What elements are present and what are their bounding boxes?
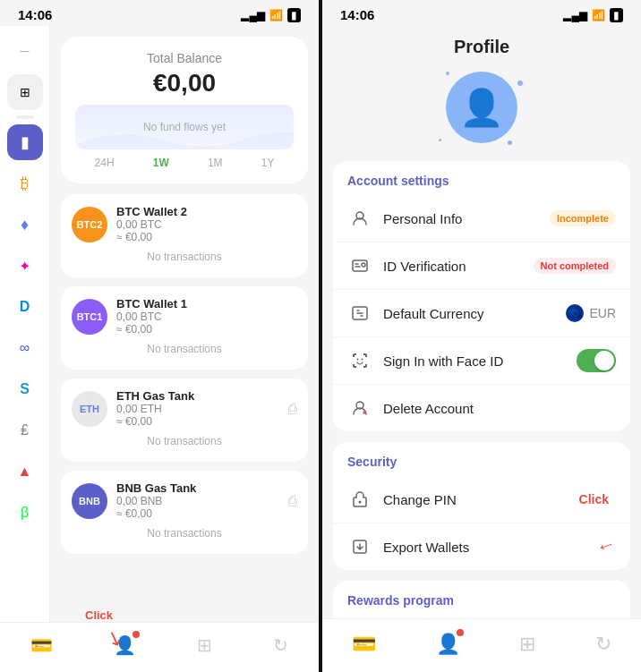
profile-title: Profile [454,37,509,57]
left-click-label: Click [85,608,113,622]
left-status-time: 14:06 [18,7,52,22]
profile-content: Profile 👤 Account settings [322,26,641,618]
sidebar-item-qr[interactable]: ⊞ [7,74,43,110]
wallet-name-btc2: BTC Wallet 2 [116,205,297,218]
avatar-circle: 👤 [446,72,517,143]
time-filter-1y[interactable]: 1Y [261,157,275,169]
sidebar-item-stratis[interactable]: S [7,371,43,407]
right-bottom-tab-bar: 💳 👤 ⊞ ↻ [322,618,641,672]
right-phone: 14:06 ▂▄▆ 📶 ▮ Profile 👤 Account settings [322,0,641,672]
face-id-toggle[interactable] [577,349,616,372]
face-id-icon [347,348,372,373]
left-tab-history[interactable]: ↻ [262,631,299,659]
id-verification-icon [347,253,372,278]
right-apps-icon: ⊞ [519,633,535,656]
right-tab-wallet[interactable]: 💳 [341,629,387,659]
time-filter-1m[interactable]: 1M [208,157,223,169]
default-currency-row[interactable]: Default Currency 🇪🇺 EUR [333,290,630,337]
wallet-name-btc1: BTC Wallet 1 [116,297,297,310]
svg-point-5 [362,359,363,361]
wallet-balance-bnb: 0,00 BNB [116,495,288,507]
right-battery-icon: ▮ [610,8,623,22]
id-verification-row[interactable]: ID Verification Not completed [333,242,630,290]
sidebar-item-ethereum[interactable]: ♦ [7,207,43,242]
wallet-approx-btc2: ≈ €0,00 [116,231,297,243]
right-wallet-icon: 💳 [352,633,376,656]
security-click-label: Click [579,492,609,506]
wallet-copy-bnb[interactable]: ⎙ [288,493,297,509]
right-tab-apps[interactable]: ⊞ [509,629,546,659]
wallet-info-btc2: BTC Wallet 2 0,00 BTC ≈ €0,00 [116,205,297,243]
time-filter-1w[interactable]: 1W [153,157,169,169]
avatar-container: 👤 [446,72,517,143]
right-tab-history[interactable]: ↻ [585,629,622,659]
svg-point-4 [357,359,359,361]
avatar-dot-tl [444,70,451,77]
right-history-icon: ↻ [595,633,611,656]
left-tab-profile[interactable]: 👤 Click ↘ [103,631,147,659]
wallet-header-btc1: BTC1 BTC Wallet 1 0,00 BTC ≈ €0,00 [72,297,297,336]
wallet-card-bnb[interactable]: BNB BNB Gas Tank 0,00 BNB ≈ €0,00 ⎙ No t… [61,471,308,554]
face-id-row[interactable]: Sign In with Face ID [333,337,630,385]
wallet-card-btc1[interactable]: BTC1 BTC Wallet 1 0,00 BTC ≈ €0,00 No tr… [61,286,308,370]
default-currency-icon [347,301,372,326]
sidebar-item-menu[interactable]: ─ [7,33,43,69]
left-tab-apps[interactable]: ⊞ [186,631,223,659]
wallet-no-tx-btc2: No transactions [72,247,297,267]
wallet-header-eth: ETH ETH Gas Tank 0,00 ETH ≈ €0,00 ⎙ [72,389,297,428]
wallet-no-tx-btc1: No transactions [72,339,297,359]
wifi-icon: 📶 [269,9,283,21]
wallet-info-btc1: BTC Wallet 1 0,00 BTC ≈ €0,00 [116,297,297,336]
change-pin-label: Change PIN [383,492,579,507]
currency-code: EUR [589,306,616,320]
sidebar-item-bitcoin[interactable]: ₿ [7,166,43,201]
battery-icon: ▮ [287,8,301,22]
personal-info-row[interactable]: Personal Info Incomplete [333,195,630,242]
wallet-balance-eth: 0,00 ETH [116,403,288,415]
balance-title: Total Balance [75,51,294,65]
right-wifi-icon: 📶 [592,9,605,21]
delete-account-label: Delete Account [383,401,616,416]
wallet-approx-eth: ≈ €0,00 [116,415,288,428]
account-settings-section: Account settings Personal Info Incomplet… [333,161,630,431]
wallet-header-btc2: BTC2 BTC Wallet 2 0,00 BTC ≈ €0,00 [72,205,297,243]
sidebar-item-dash[interactable]: D [7,289,43,325]
wallet-card-btc2[interactable]: BTC2 BTC Wallet 2 0,00 BTC ≈ €0,00 No tr… [61,194,308,277]
signal-icon: ▂▄▆ [241,9,265,21]
left-main-content: Total Balance €0,00 No fund flows yet 24… [50,26,319,622]
sidebar-item-chainlink[interactable]: ∞ [7,330,43,366]
wallet-info-bnb: BNB Gas Tank 0,00 BNB ≈ €0,00 [116,481,288,520]
id-verification-badge: Not completed [534,258,616,274]
right-tab-profile[interactable]: 👤 [425,629,471,659]
balance-card: Total Balance €0,00 No fund flows yet 24… [61,37,308,183]
sidebar-item-defi[interactable]: ✦ [7,248,43,284]
time-filter-24h[interactable]: 24H [95,157,115,169]
security-section: Security Change PIN Click [333,442,630,570]
left-tab-wallet[interactable]: 💳 [20,631,64,659]
avatar-dot-tr [516,79,525,88]
sidebar-item-beta[interactable]: β [7,495,43,531]
left-bottom-tab-bar: 💳 👤 Click ↘ ⊞ ↻ [0,622,319,672]
wallet-copy-eth[interactable]: ⎙ [288,401,297,417]
sidebar-item-wallet[interactable]: ▮ [7,124,43,160]
right-status-time: 14:06 [340,7,374,22]
id-verification-value: Not completed [534,258,616,274]
balance-chart: No fund flows yet [75,105,294,149]
wallet-icon-bnb: BNB [72,483,107,519]
balance-amount: €0,00 [75,69,294,98]
right-profile-notif-dot [457,629,464,636]
change-pin-row[interactable]: Change PIN Click [333,476,630,523]
id-verification-label: ID Verification [383,259,534,274]
export-wallets-icon [347,534,372,559]
sidebar-item-avax[interactable]: ▲ [7,454,43,489]
wallet-card-eth[interactable]: ETH ETH Gas Tank 0,00 ETH ≈ €0,00 ⎙ No t… [61,379,308,462]
right-signal-icon: ▂▄▆ [563,9,587,21]
left-status-bar: 14:06 ▂▄▆ 📶 ▮ [0,0,319,26]
sidebar-item-litecoin[interactable]: ₤ [7,413,43,448]
default-currency-value: 🇪🇺 EUR [566,304,616,322]
delete-account-row[interactable]: Delete Account [333,385,630,431]
export-wallets-row[interactable]: Export Wallets → [333,523,630,570]
wallet-no-tx-eth: No transactions [72,431,297,451]
left-apps-icon: ⊞ [197,634,212,656]
left-wallet-icon: 💳 [30,634,53,656]
